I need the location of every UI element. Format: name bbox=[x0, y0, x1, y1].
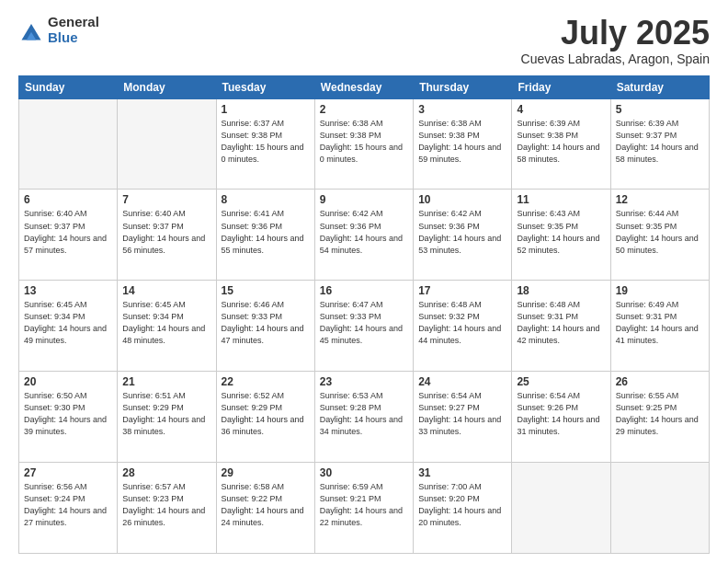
header-day: Wednesday bbox=[314, 75, 413, 98]
day-number: 17 bbox=[418, 284, 506, 297]
week-row: 27Sunrise: 6:56 AMSunset: 9:24 PMDayligh… bbox=[19, 463, 710, 554]
day-info: Sunrise: 6:50 AMSunset: 9:30 PMDaylight:… bbox=[24, 390, 112, 438]
day-number: 23 bbox=[320, 375, 408, 388]
logo-blue: Blue bbox=[48, 30, 99, 46]
calendar-cell: 25Sunrise: 6:54 AMSunset: 9:26 PMDayligh… bbox=[512, 372, 610, 463]
calendar-cell: 12Sunrise: 6:44 AMSunset: 9:35 PMDayligh… bbox=[610, 190, 709, 281]
calendar-cell: 11Sunrise: 6:43 AMSunset: 9:35 PMDayligh… bbox=[512, 190, 610, 281]
calendar-cell: 2Sunrise: 6:38 AMSunset: 9:38 PMDaylight… bbox=[314, 98, 413, 190]
calendar-cell: 29Sunrise: 6:58 AMSunset: 9:22 PMDayligh… bbox=[216, 463, 314, 554]
calendar-cell: 18Sunrise: 6:48 AMSunset: 9:31 PMDayligh… bbox=[512, 281, 610, 372]
calendar-cell: 14Sunrise: 6:45 AMSunset: 9:34 PMDayligh… bbox=[118, 281, 216, 372]
day-number: 5 bbox=[616, 103, 704, 116]
month-title: July 2025 bbox=[521, 15, 710, 52]
calendar-cell bbox=[19, 98, 118, 190]
day-number: 13 bbox=[24, 284, 112, 297]
day-number: 9 bbox=[320, 193, 408, 206]
calendar-cell: 9Sunrise: 6:42 AMSunset: 9:36 PMDaylight… bbox=[314, 190, 413, 281]
calendar-cell: 24Sunrise: 6:54 AMSunset: 9:27 PMDayligh… bbox=[414, 372, 512, 463]
day-number: 19 bbox=[616, 284, 704, 297]
header-day: Thursday bbox=[414, 75, 512, 98]
calendar-cell: 4Sunrise: 6:39 AMSunset: 9:38 PMDaylight… bbox=[512, 98, 610, 190]
day-info: Sunrise: 6:59 AMSunset: 9:21 PMDaylight:… bbox=[320, 481, 408, 529]
calendar-cell: 7Sunrise: 6:40 AMSunset: 9:37 PMDaylight… bbox=[118, 190, 216, 281]
day-info: Sunrise: 6:38 AMSunset: 9:38 PMDaylight:… bbox=[320, 118, 408, 166]
week-row: 1Sunrise: 6:37 AMSunset: 9:38 PMDaylight… bbox=[19, 98, 710, 190]
day-number: 10 bbox=[418, 193, 506, 206]
day-number: 29 bbox=[222, 466, 310, 479]
calendar: SundayMondayTuesdayWednesdayThursdayFrid… bbox=[18, 75, 710, 554]
header-day: Monday bbox=[118, 75, 216, 98]
calendar-cell: 8Sunrise: 6:41 AMSunset: 9:36 PMDaylight… bbox=[216, 190, 314, 281]
day-number: 12 bbox=[616, 193, 704, 206]
logo-text: General Blue bbox=[48, 15, 99, 45]
calendar-cell: 5Sunrise: 6:39 AMSunset: 9:37 PMDaylight… bbox=[610, 98, 709, 190]
header-row: SundayMondayTuesdayWednesdayThursdayFrid… bbox=[19, 75, 710, 98]
day-info: Sunrise: 6:58 AMSunset: 9:22 PMDaylight:… bbox=[222, 481, 310, 529]
day-number: 18 bbox=[517, 284, 605, 297]
day-number: 2 bbox=[320, 103, 408, 116]
header-day: Sunday bbox=[19, 75, 118, 98]
day-info: Sunrise: 6:52 AMSunset: 9:29 PMDaylight:… bbox=[222, 390, 310, 438]
day-number: 4 bbox=[517, 103, 605, 116]
day-info: Sunrise: 6:46 AMSunset: 9:33 PMDaylight:… bbox=[222, 299, 310, 347]
day-number: 24 bbox=[418, 375, 506, 388]
calendar-cell: 10Sunrise: 6:42 AMSunset: 9:36 PMDayligh… bbox=[414, 190, 512, 281]
day-number: 21 bbox=[122, 375, 210, 388]
day-info: Sunrise: 6:40 AMSunset: 9:37 PMDaylight:… bbox=[122, 208, 210, 256]
calendar-cell bbox=[610, 463, 709, 554]
calendar-cell: 28Sunrise: 6:57 AMSunset: 9:23 PMDayligh… bbox=[118, 463, 216, 554]
day-info: Sunrise: 6:42 AMSunset: 9:36 PMDaylight:… bbox=[418, 208, 506, 256]
day-number: 15 bbox=[222, 284, 310, 297]
day-number: 25 bbox=[517, 375, 605, 388]
day-info: Sunrise: 6:45 AMSunset: 9:34 PMDaylight:… bbox=[24, 299, 112, 347]
day-number: 26 bbox=[616, 375, 704, 388]
day-info: Sunrise: 6:44 AMSunset: 9:35 PMDaylight:… bbox=[616, 208, 704, 256]
day-info: Sunrise: 6:53 AMSunset: 9:28 PMDaylight:… bbox=[320, 390, 408, 438]
day-info: Sunrise: 6:48 AMSunset: 9:32 PMDaylight:… bbox=[418, 299, 506, 347]
day-number: 1 bbox=[222, 103, 310, 116]
day-info: Sunrise: 6:48 AMSunset: 9:31 PMDaylight:… bbox=[517, 299, 605, 347]
week-row: 20Sunrise: 6:50 AMSunset: 9:30 PMDayligh… bbox=[19, 372, 710, 463]
day-info: Sunrise: 6:57 AMSunset: 9:23 PMDaylight:… bbox=[122, 481, 210, 529]
day-number: 14 bbox=[122, 284, 210, 297]
title-block: July 2025 Cuevas Labradas, Aragon, Spain bbox=[521, 15, 710, 66]
week-row: 6Sunrise: 6:40 AMSunset: 9:37 PMDaylight… bbox=[19, 190, 710, 281]
day-info: Sunrise: 6:42 AMSunset: 9:36 PMDaylight:… bbox=[320, 208, 408, 256]
calendar-cell: 13Sunrise: 6:45 AMSunset: 9:34 PMDayligh… bbox=[19, 281, 118, 372]
header: General Blue July 2025 Cuevas Labradas, … bbox=[18, 15, 710, 66]
day-info: Sunrise: 6:40 AMSunset: 9:37 PMDaylight:… bbox=[24, 208, 112, 256]
calendar-cell: 19Sunrise: 6:49 AMSunset: 9:31 PMDayligh… bbox=[610, 281, 709, 372]
day-info: Sunrise: 6:56 AMSunset: 9:24 PMDaylight:… bbox=[24, 481, 112, 529]
calendar-cell: 15Sunrise: 6:46 AMSunset: 9:33 PMDayligh… bbox=[216, 281, 314, 372]
location: Cuevas Labradas, Aragon, Spain bbox=[521, 52, 710, 66]
day-number: 22 bbox=[222, 375, 310, 388]
header-day: Tuesday bbox=[216, 75, 314, 98]
calendar-cell: 3Sunrise: 6:38 AMSunset: 9:38 PMDaylight… bbox=[414, 98, 512, 190]
header-day: Friday bbox=[512, 75, 610, 98]
week-row: 13Sunrise: 6:45 AMSunset: 9:34 PMDayligh… bbox=[19, 281, 710, 372]
day-info: Sunrise: 6:43 AMSunset: 9:35 PMDaylight:… bbox=[517, 208, 605, 256]
day-info: Sunrise: 7:00 AMSunset: 9:20 PMDaylight:… bbox=[418, 481, 506, 529]
page: General Blue July 2025 Cuevas Labradas, … bbox=[0, 0, 728, 563]
day-info: Sunrise: 6:41 AMSunset: 9:36 PMDaylight:… bbox=[222, 208, 310, 256]
day-number: 8 bbox=[222, 193, 310, 206]
day-info: Sunrise: 6:39 AMSunset: 9:38 PMDaylight:… bbox=[517, 118, 605, 166]
calendar-cell: 23Sunrise: 6:53 AMSunset: 9:28 PMDayligh… bbox=[314, 372, 413, 463]
logo-general: General bbox=[48, 15, 99, 30]
day-number: 3 bbox=[418, 103, 506, 116]
calendar-cell: 1Sunrise: 6:37 AMSunset: 9:38 PMDaylight… bbox=[216, 98, 314, 190]
day-info: Sunrise: 6:54 AMSunset: 9:27 PMDaylight:… bbox=[418, 390, 506, 438]
calendar-cell: 27Sunrise: 6:56 AMSunset: 9:24 PMDayligh… bbox=[19, 463, 118, 554]
day-info: Sunrise: 6:47 AMSunset: 9:33 PMDaylight:… bbox=[320, 299, 408, 347]
calendar-cell: 22Sunrise: 6:52 AMSunset: 9:29 PMDayligh… bbox=[216, 372, 314, 463]
calendar-cell: 6Sunrise: 6:40 AMSunset: 9:37 PMDaylight… bbox=[19, 190, 118, 281]
day-number: 7 bbox=[122, 193, 210, 206]
day-info: Sunrise: 6:38 AMSunset: 9:38 PMDaylight:… bbox=[418, 118, 506, 166]
day-info: Sunrise: 6:37 AMSunset: 9:38 PMDaylight:… bbox=[222, 118, 310, 166]
day-number: 20 bbox=[24, 375, 112, 388]
calendar-cell: 26Sunrise: 6:55 AMSunset: 9:25 PMDayligh… bbox=[610, 372, 709, 463]
logo: General Blue bbox=[18, 15, 99, 45]
day-number: 6 bbox=[24, 193, 112, 206]
day-number: 11 bbox=[517, 193, 605, 206]
